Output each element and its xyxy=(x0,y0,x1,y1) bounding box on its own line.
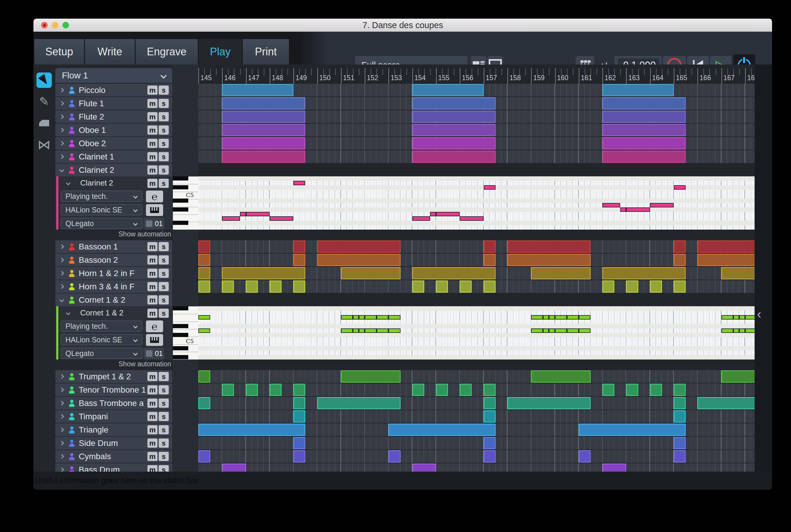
chevron-right-icon[interactable] xyxy=(59,154,64,159)
event-block[interactable] xyxy=(650,281,662,292)
event-block[interactable] xyxy=(341,267,401,279)
solo-button[interactable]: s xyxy=(159,126,169,135)
solo-button[interactable]: s xyxy=(159,86,169,95)
event-block[interactable] xyxy=(412,124,496,136)
note-event[interactable] xyxy=(745,315,755,320)
event-block[interactable] xyxy=(388,450,400,462)
eraser-tool[interactable] xyxy=(36,115,52,131)
channel-button[interactable]: 01 xyxy=(144,218,164,230)
note-event[interactable] xyxy=(531,328,543,333)
note-event[interactable] xyxy=(222,216,240,221)
note-event[interactable] xyxy=(341,328,353,333)
event-block[interactable] xyxy=(508,397,591,409)
track-lane[interactable] xyxy=(198,280,755,293)
plugin-editor-button[interactable] xyxy=(146,334,163,346)
event-block[interactable] xyxy=(484,397,496,409)
note-event[interactable] xyxy=(359,328,365,333)
solo-button[interactable]: s xyxy=(159,269,169,278)
chevron-right-icon[interactable] xyxy=(59,454,64,459)
sub-track-row[interactable]: Clarinet 2ms xyxy=(55,177,172,189)
event-block[interactable] xyxy=(650,384,662,396)
note-event[interactable] xyxy=(198,328,210,333)
tab-engrave[interactable]: Engrave xyxy=(135,39,198,64)
chevron-right-icon[interactable] xyxy=(59,101,64,106)
track-lane[interactable] xyxy=(198,397,755,410)
track-lane[interactable] xyxy=(198,410,755,423)
mute-button[interactable]: m xyxy=(147,372,158,381)
event-block[interactable] xyxy=(603,137,686,149)
note-event[interactable] xyxy=(567,315,579,320)
track-row[interactable]: Clarinet 1ms xyxy=(55,150,172,163)
note-event[interactable] xyxy=(733,315,739,320)
event-block[interactable] xyxy=(674,384,686,396)
event-block[interactable] xyxy=(293,281,305,292)
track-lane[interactable] xyxy=(198,97,755,110)
mute-button[interactable]: m xyxy=(147,295,158,304)
event-block[interactable] xyxy=(317,397,401,409)
event-block[interactable] xyxy=(412,84,484,96)
note-event[interactable] xyxy=(388,328,400,333)
event-block[interactable] xyxy=(293,241,305,253)
note-event[interactable] xyxy=(620,207,626,212)
mute-button[interactable]: m xyxy=(147,412,158,421)
note-event[interactable] xyxy=(626,207,650,212)
note-event[interactable] xyxy=(388,315,400,320)
note-event[interactable] xyxy=(739,328,745,333)
event-block[interactable] xyxy=(626,384,638,396)
event-block[interactable] xyxy=(222,464,246,472)
chevron-down-icon[interactable] xyxy=(59,298,64,302)
event-block[interactable] xyxy=(293,254,305,266)
chevron-right-icon[interactable] xyxy=(59,284,64,289)
track-row[interactable]: Clarinet 2ms xyxy=(55,164,172,176)
event-block[interactable] xyxy=(603,464,626,472)
note-event[interactable] xyxy=(650,203,674,207)
tab-play[interactable]: Play xyxy=(199,39,242,64)
track-row[interactable]: Oboe 1ms xyxy=(55,124,172,136)
mute-button[interactable]: m xyxy=(147,152,158,161)
event-block[interactable] xyxy=(270,281,281,292)
event-block[interactable] xyxy=(697,397,755,409)
solo-button[interactable]: s xyxy=(159,399,169,408)
track-row[interactable]: Bassoon 1ms xyxy=(55,240,172,253)
piano-roll-lane[interactable] xyxy=(198,306,755,360)
event-block[interactable] xyxy=(412,137,496,149)
event-block[interactable] xyxy=(484,281,496,292)
mute-button[interactable]: m xyxy=(147,255,158,265)
event-block[interactable] xyxy=(721,370,755,383)
track-row[interactable]: Flute 1ms xyxy=(55,97,172,110)
event-block[interactable] xyxy=(412,464,436,472)
solo-button[interactable]: s xyxy=(159,425,169,434)
event-block[interactable] xyxy=(460,281,472,292)
chevron-right-icon[interactable] xyxy=(59,258,64,263)
mute-button[interactable]: m xyxy=(147,452,158,461)
event-block[interactable] xyxy=(721,267,755,279)
event-block[interactable] xyxy=(198,424,305,436)
event-block[interactable] xyxy=(460,384,472,396)
event-block[interactable] xyxy=(412,384,424,396)
mute-button[interactable]: m xyxy=(147,179,158,188)
event-block[interactable] xyxy=(531,370,591,383)
note-event[interactable] xyxy=(739,315,745,320)
tab-setup[interactable]: Setup xyxy=(34,39,84,64)
event-block[interactable] xyxy=(484,384,496,396)
chevron-down-icon[interactable] xyxy=(66,180,71,185)
event-block[interactable] xyxy=(603,267,686,279)
solo-button[interactable]: s xyxy=(159,99,169,108)
track-row[interactable]: Horn 3 & 4 in Fms xyxy=(55,280,172,293)
mute-button[interactable]: m xyxy=(147,399,158,408)
solo-button[interactable]: s xyxy=(159,179,169,188)
expression-map-button[interactable]: ℮ xyxy=(146,320,163,332)
event-block[interactable] xyxy=(531,267,591,279)
track-row[interactable]: Horn 1 & 2 in Fms xyxy=(55,267,172,280)
track-lane[interactable] xyxy=(198,383,755,396)
note-event[interactable] xyxy=(721,315,733,320)
event-block[interactable] xyxy=(222,137,305,149)
event-block[interactable] xyxy=(603,84,674,96)
event-block[interactable] xyxy=(293,437,305,449)
sub-track-row[interactable]: Cornet 1 & 2ms xyxy=(55,307,172,319)
track-row[interactable]: Bass Trombone ams xyxy=(55,397,172,410)
note-event[interactable] xyxy=(721,328,733,333)
mute-button[interactable]: m xyxy=(147,139,158,148)
track-row[interactable]: Piccoloms xyxy=(55,84,172,96)
event-block[interactable] xyxy=(603,151,686,163)
